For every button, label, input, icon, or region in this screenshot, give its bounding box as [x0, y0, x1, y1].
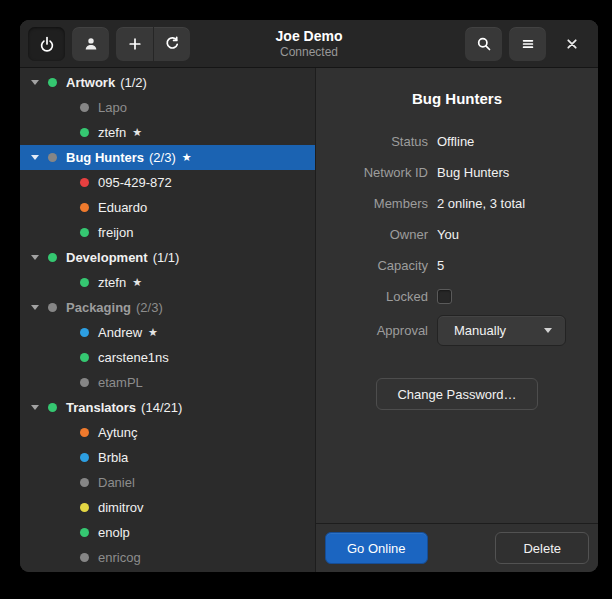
member-row[interactable]: ztefn★: [20, 120, 315, 145]
group-name: Translators: [66, 400, 136, 415]
power-button[interactable]: [28, 27, 65, 61]
menu-button[interactable]: [509, 27, 546, 61]
member-row[interactable]: freijon: [20, 220, 315, 245]
network-details-panel: Bug Hunters StatusOfflineNetwork IDBug H…: [316, 68, 598, 572]
close-button[interactable]: [553, 27, 590, 61]
member-count: (2/3): [149, 150, 176, 165]
field-label: Network ID: [316, 165, 428, 180]
status-dot: [80, 453, 89, 462]
group-row[interactable]: Artwork(1/2): [20, 70, 315, 95]
member-row[interactable]: enricog: [20, 545, 315, 570]
approval-dropdown[interactable]: Manually: [437, 315, 566, 346]
detail-field: Members2 online, 3 total: [316, 188, 598, 219]
member-name: freijon: [98, 225, 133, 240]
status-dot: [48, 153, 57, 162]
status-dot: [80, 553, 89, 562]
member-row[interactable]: 095-429-872: [20, 170, 315, 195]
status-dot: [48, 303, 57, 312]
menu-icon: [520, 36, 536, 52]
member-count: (1/2): [120, 75, 147, 90]
detail-field: OwnerYou: [316, 219, 598, 250]
member-count: (1/1): [153, 250, 180, 265]
expander-icon[interactable]: [31, 405, 39, 410]
group-name: Packaging: [66, 300, 131, 315]
status-dot: [80, 103, 89, 112]
group-row[interactable]: Bug Hunters(2/3)★: [20, 145, 315, 170]
go-online-button[interactable]: Go Online: [325, 532, 428, 564]
status-dot: [48, 403, 57, 412]
detail-field: Locked: [316, 281, 598, 312]
member-name: dimitrov: [98, 500, 144, 515]
status-dot: [80, 378, 89, 387]
expander-icon[interactable]: [31, 255, 39, 260]
headerbar-left: [28, 27, 190, 61]
delete-button[interactable]: Delete: [495, 532, 589, 564]
person-icon: [83, 36, 99, 52]
member-count: (14/21): [141, 400, 182, 415]
group-row[interactable]: Packaging(2/3): [20, 295, 315, 320]
locked-checkbox[interactable]: [437, 289, 452, 304]
member-name: ztefn: [98, 125, 126, 140]
group-name: Development: [66, 250, 148, 265]
member-row[interactable]: etamPL: [20, 370, 315, 395]
close-icon: [564, 36, 580, 52]
detail-field: Network IDBug Hunters: [316, 157, 598, 188]
change-password-button[interactable]: Change Password…: [376, 378, 537, 410]
panel-spacer: [316, 410, 598, 523]
member-row[interactable]: Andrew★: [20, 320, 315, 345]
status-dot: [80, 353, 89, 362]
field-value: Bug Hunters: [437, 165, 509, 180]
status-dot: [80, 178, 89, 187]
member-row[interactable]: Lapo: [20, 95, 315, 120]
star-icon: ★: [182, 151, 192, 164]
network-list[interactable]: Artwork(1/2)Lapoztefn★Bug Hunters(2/3)★0…: [20, 68, 316, 572]
plus-icon: [127, 36, 143, 52]
status-dot: [80, 203, 89, 212]
detail-field: ApprovalManually: [316, 312, 598, 349]
status-dot: [80, 278, 89, 287]
page-title: Bug Hunters: [316, 90, 598, 107]
status-dot: [80, 328, 89, 337]
window-subtitle: Connected: [276, 45, 343, 60]
field-label: Approval: [316, 323, 428, 338]
member-name: Brbla: [98, 450, 128, 465]
search-button[interactable]: [465, 27, 502, 61]
group-row[interactable]: Development(1/1): [20, 245, 315, 270]
window-title: Joe Demo: [276, 27, 343, 45]
member-name: Eduardo: [98, 200, 147, 215]
member-row[interactable]: carstene1ns: [20, 345, 315, 370]
field-value: 5: [437, 258, 444, 273]
expander-icon[interactable]: [31, 80, 39, 85]
group-name: Artwork: [66, 75, 115, 90]
status-dot: [80, 503, 89, 512]
star-icon: ★: [132, 126, 142, 139]
member-row[interactable]: Brbla: [20, 445, 315, 470]
refresh-button[interactable]: [153, 27, 190, 61]
change-password-row: Change Password…: [316, 378, 598, 410]
member-row[interactable]: Aytunç: [20, 420, 315, 445]
member-row[interactable]: dimitrov: [20, 495, 315, 520]
member-name: 095-429-872: [98, 175, 172, 190]
linked-buttons: [116, 27, 190, 61]
member-name: Aytunç: [98, 425, 138, 440]
member-row[interactable]: ztefn★: [20, 270, 315, 295]
member-name: Lapo: [98, 100, 127, 115]
status-dot: [48, 78, 57, 87]
field-value: Offline: [437, 134, 474, 149]
contacts-button[interactable]: [72, 27, 109, 61]
headerbar-right: [465, 27, 590, 61]
member-name: Andrew: [98, 325, 142, 340]
member-name: carstene1ns: [98, 350, 169, 365]
expander-icon[interactable]: [31, 155, 39, 160]
headerbar: Joe Demo Connected: [20, 20, 598, 68]
status-dot: [80, 128, 89, 137]
group-row[interactable]: Translators(14/21): [20, 395, 315, 420]
member-row[interactable]: enolp: [20, 520, 315, 545]
status-dot: [80, 428, 89, 437]
main-content: Artwork(1/2)Lapoztefn★Bug Hunters(2/3)★0…: [20, 68, 598, 572]
member-row[interactable]: Daniel: [20, 470, 315, 495]
expander-icon[interactable]: [31, 305, 39, 310]
add-network-button[interactable]: [116, 27, 153, 61]
member-row[interactable]: Eduardo: [20, 195, 315, 220]
field-label: Capacity: [316, 258, 428, 273]
